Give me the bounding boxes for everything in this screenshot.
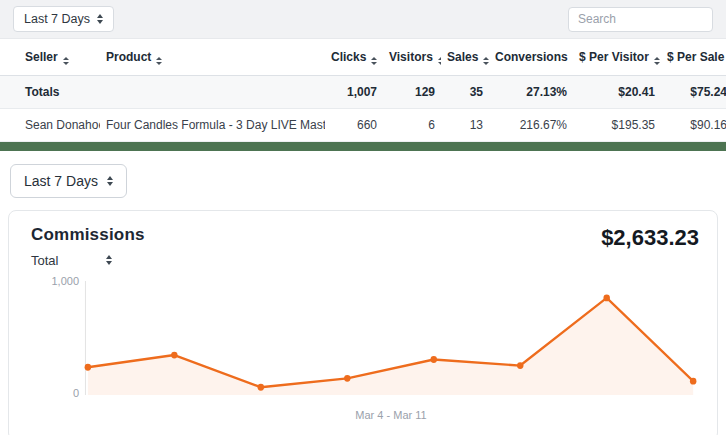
totals-conversions: 27.13%: [489, 75, 573, 108]
date-range-dropdown[interactable]: Last 7 Days: [13, 6, 114, 32]
totals-per-visitor: $20.41: [573, 75, 661, 108]
column-header-per-visitor[interactable]: $ Per Visitor: [573, 39, 661, 75]
cell-clicks: 660: [325, 108, 383, 141]
cell-product: Four Candles Formula - 3 Day LIVE Master…: [100, 108, 325, 141]
commissions-chart: 1,000 0 Mar 4 - Mar 11: [31, 281, 699, 423]
chart-filter-section: Last 7 Days: [0, 151, 726, 210]
cell-sales: 13: [441, 108, 489, 141]
column-header-visitors[interactable]: Visitors: [383, 39, 441, 75]
cell-per-sale: $90.16: [661, 108, 726, 141]
table-row[interactable]: Sean Donahoe Four Candles Formula - 3 Da…: [0, 108, 726, 141]
totals-clicks: 1,007: [325, 75, 383, 108]
y-axis-tick-max: 1,000: [51, 275, 79, 287]
cell-seller: Sean Donahoe: [0, 108, 100, 141]
commissions-total-value: $2,633.23: [601, 225, 699, 251]
column-header-seller[interactable]: Seller: [0, 39, 100, 75]
green-divider-bar: [0, 142, 726, 151]
column-header-per-sale[interactable]: $ Per Sale: [661, 39, 726, 75]
table-header-row: Seller Product Clicks Visitors Sales Con…: [0, 39, 726, 75]
updown-arrows-icon: [107, 176, 113, 186]
column-header-clicks[interactable]: Clicks: [325, 39, 383, 75]
cell-visitors: 6: [383, 108, 441, 141]
x-axis-label: Mar 4 - Mar 11: [85, 409, 697, 421]
sort-icon: [156, 57, 162, 65]
totals-per-sale: $75.24: [661, 75, 726, 108]
chart-plot-area: [85, 281, 697, 397]
column-header-conversions[interactable]: Conversions: [489, 39, 573, 75]
search-input[interactable]: [568, 7, 713, 32]
cell-per-visitor: $195.35: [573, 108, 661, 141]
date-range-dropdown-label: Last 7 Days: [24, 12, 90, 26]
card-title: Commissions: [31, 225, 145, 245]
top-filter-bar: Last 7 Days: [0, 0, 726, 39]
totals-visitors: 129: [383, 75, 441, 108]
commissions-chart-svg: [85, 281, 697, 397]
stats-table: Seller Product Clicks Visitors Sales Con…: [0, 39, 726, 142]
totals-sales: 35: [441, 75, 489, 108]
updown-arrows-icon: [97, 14, 103, 24]
column-header-product[interactable]: Product: [100, 39, 325, 75]
sort-icon: [63, 57, 69, 65]
totals-row: Totals 1,007 129 35 27.13% $20.41 $75.24…: [0, 75, 726, 108]
column-header-sales[interactable]: Sales: [441, 39, 489, 75]
sort-icon: [438, 57, 441, 65]
cell-conversions: 216.67%: [489, 108, 573, 141]
sort-icon: [371, 57, 377, 65]
commissions-card: Commissions Total $2,633.23 1,000 0 Mar …: [8, 210, 718, 435]
y-axis-tick-zero: 0: [73, 387, 79, 399]
chart-date-range-label: Last 7 Days: [24, 173, 98, 189]
updown-arrows-icon: [106, 255, 112, 265]
sort-icon: [483, 57, 489, 65]
totals-label: Totals: [0, 75, 100, 108]
sort-icon: [654, 57, 660, 65]
chart-date-range-dropdown[interactable]: Last 7 Days: [10, 164, 127, 198]
metric-dropdown[interactable]: Total: [31, 253, 112, 268]
metric-dropdown-label: Total: [31, 253, 58, 268]
